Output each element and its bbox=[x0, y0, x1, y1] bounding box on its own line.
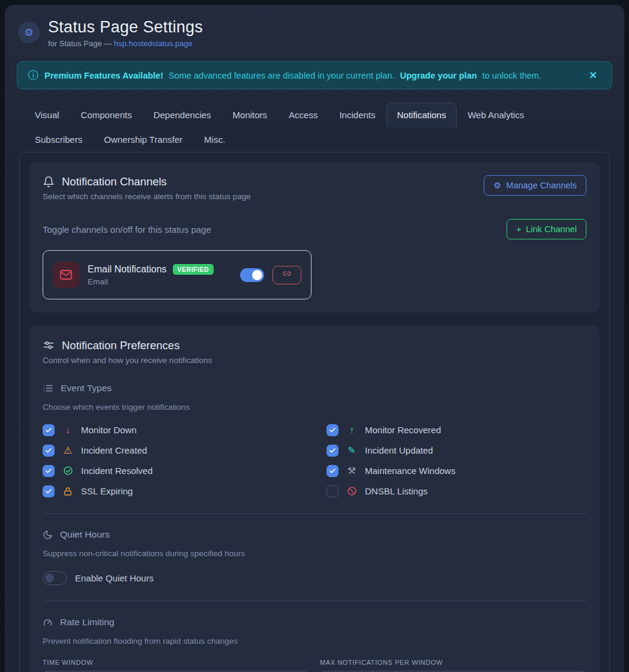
tab-components[interactable]: Components bbox=[70, 103, 143, 127]
unlink-channel-button[interactable] bbox=[272, 266, 301, 284]
link-icon bbox=[283, 269, 291, 280]
channels-subtitle: Select which channels receive alerts fro… bbox=[43, 192, 251, 201]
banner-title: Premium Features Available! bbox=[44, 71, 163, 80]
tab-ownership-transfer[interactable]: Ownership Transfer bbox=[93, 127, 193, 152]
checkbox[interactable] bbox=[43, 445, 55, 457]
manage-channels-button[interactable]: ⚙ Manage Channels bbox=[484, 175, 586, 196]
checkbox[interactable] bbox=[327, 424, 339, 436]
checkbox[interactable] bbox=[43, 465, 55, 477]
gear-avatar: ⚙ bbox=[18, 22, 40, 43]
header-text: Status Page Settings for Status Page — h… bbox=[48, 18, 203, 48]
channel-type: Email bbox=[88, 277, 232, 286]
event-dnsbl-listings[interactable]: DNSBL Listings bbox=[327, 485, 586, 497]
status-page-settings: ⚙ Status Page Settings for Status Page —… bbox=[5, 5, 624, 672]
channels-heading: Notification Channels Select which chann… bbox=[43, 175, 251, 201]
divider bbox=[43, 601, 586, 601]
lock-icon bbox=[62, 487, 74, 496]
checkbox[interactable] bbox=[43, 485, 55, 497]
list-icon bbox=[43, 383, 53, 394]
plus-icon: + bbox=[516, 224, 521, 234]
gear-icon: ⚙ bbox=[24, 26, 33, 39]
page-subtitle: for Status Page — hsp.hostedstatus.page bbox=[48, 39, 203, 48]
notification-preferences-card: Notification Preferences Control when an… bbox=[29, 326, 600, 672]
status-page-link[interactable]: hsp.hostedstatus.page bbox=[114, 39, 193, 48]
preferences-heading: Notification Preferences Control when an… bbox=[43, 339, 586, 365]
notifications-panel: Notification Channels Select which chann… bbox=[19, 152, 610, 672]
channels-title: Notification Channels bbox=[62, 175, 167, 188]
mail-icon bbox=[53, 262, 79, 288]
preferences-title: Notification Preferences bbox=[62, 339, 179, 352]
tab-notifications[interactable]: Notifications bbox=[387, 103, 457, 127]
event-incident-resolved[interactable]: Incident Resolved bbox=[43, 464, 302, 477]
check-circle-icon bbox=[62, 466, 74, 476]
link-channel-button[interactable]: + Link Channel bbox=[507, 219, 586, 239]
tab-visual[interactable]: Visual bbox=[24, 103, 70, 127]
page-title: Status Page Settings bbox=[48, 18, 203, 37]
banner-text: Premium Features Available! Some advance… bbox=[44, 71, 580, 80]
quiet-hours-toggle-label: Enable Quiet Hours bbox=[75, 573, 154, 583]
moon-icon bbox=[43, 530, 53, 540]
checkbox[interactable] bbox=[327, 485, 339, 497]
email-channel-meta: Email Notifications VERIFIED Email bbox=[88, 264, 232, 286]
max-notifications-label: MAX NOTIFICATIONS PER WINDOW bbox=[320, 659, 586, 666]
quiet-hours-heading: Quiet Hours bbox=[43, 529, 586, 540]
rate-limiting-subtitle: Prevent notification flooding from rapid… bbox=[43, 637, 586, 646]
rate-limiting-heading: Rate Limiting bbox=[43, 617, 586, 628]
arrow-up-icon: ↑ bbox=[346, 425, 358, 436]
arrow-down-icon: ↓ bbox=[62, 425, 74, 436]
toggle-hint: Toggle channels on/off for this status p… bbox=[43, 224, 211, 235]
divider bbox=[43, 513, 586, 514]
tab-access[interactable]: Access bbox=[278, 103, 328, 127]
tab-subscribers[interactable]: Subscribers bbox=[24, 127, 93, 152]
event-maintenance-windows[interactable]: ⚒ Maintenance Windows bbox=[327, 464, 586, 477]
max-notifications-field: MAX NOTIFICATIONS PER WINDOW bbox=[320, 659, 586, 672]
tools-icon: ⚒ bbox=[346, 465, 358, 476]
verified-badge: VERIFIED bbox=[173, 264, 214, 275]
tab-incidents[interactable]: Incidents bbox=[328, 103, 386, 127]
settings-tabs: Visual Components Dependencies Monitors … bbox=[5, 89, 624, 152]
preferences-subtitle: Control when and how you receive notific… bbox=[43, 356, 586, 365]
gauge-icon bbox=[43, 617, 53, 628]
tabs-row-1: Visual Components Dependencies Monitors … bbox=[24, 103, 605, 127]
close-icon[interactable]: ✕ bbox=[586, 67, 601, 83]
tab-monitors[interactable]: Monitors bbox=[222, 103, 278, 127]
sliders-icon bbox=[43, 340, 55, 352]
bell-icon bbox=[43, 176, 55, 188]
rate-limiting-fields: TIME WINDOW 15 minutes MAX NOTIFICATIONS… bbox=[43, 659, 586, 672]
event-types-heading: Event Types bbox=[43, 383, 586, 394]
checkbox[interactable] bbox=[327, 445, 339, 457]
event-incident-updated[interactable]: ✎ Incident Updated bbox=[327, 444, 586, 457]
banner-suffix: to unlock them. bbox=[483, 71, 541, 80]
pencil-icon: ✎ bbox=[346, 445, 358, 456]
no-entry-icon bbox=[346, 486, 358, 496]
channel-name: Email Notifications bbox=[88, 264, 167, 275]
banner-body: Some advanced features are disabled in y… bbox=[169, 71, 394, 80]
quiet-hours-subtitle: Suppress non-critical notifications duri… bbox=[43, 549, 586, 558]
event-incident-created[interactable]: ⚠ Incident Created bbox=[43, 444, 302, 457]
time-window-field: TIME WINDOW 15 minutes bbox=[43, 659, 309, 672]
warning-triangle-icon: ⚠ bbox=[62, 445, 74, 456]
checkbox[interactable] bbox=[327, 465, 339, 477]
info-icon: ⓘ bbox=[28, 70, 38, 80]
email-channel-toggle[interactable] bbox=[240, 268, 264, 282]
tab-misc[interactable]: Misc. bbox=[193, 127, 236, 152]
upgrade-plan-link[interactable]: Upgrade your plan bbox=[400, 71, 477, 80]
event-monitor-down[interactable]: ↓ Monitor Down bbox=[43, 424, 302, 436]
subtitle-prefix: for Status Page — bbox=[48, 39, 114, 48]
tabs-row-2: Subscribers Ownership Transfer Misc. bbox=[24, 127, 605, 152]
event-types-grid: ↓ Monitor Down ⚠ Incident Created Incide… bbox=[43, 424, 586, 497]
premium-banner: ⓘ Premium Features Available! Some advan… bbox=[17, 61, 612, 89]
checkbox[interactable] bbox=[43, 424, 55, 436]
page-header: ⚙ Status Page Settings for Status Page —… bbox=[5, 5, 624, 56]
email-channel-card: Email Notifications VERIFIED Email bbox=[43, 250, 311, 299]
event-types-subtitle: Choose which events trigger notification… bbox=[43, 403, 586, 412]
quiet-hours-toggle[interactable] bbox=[43, 571, 67, 585]
tab-web-analytics[interactable]: Web Analytics bbox=[457, 103, 535, 127]
tab-dependencies[interactable]: Dependencies bbox=[143, 103, 222, 127]
notification-channels-card: Notification Channels Select which chann… bbox=[29, 162, 600, 313]
time-window-label: TIME WINDOW bbox=[43, 659, 309, 666]
gear-icon: ⚙ bbox=[493, 181, 501, 190]
event-monitor-recovered[interactable]: ↑ Monitor Recovered bbox=[327, 424, 586, 436]
event-ssl-expiring[interactable]: SSL Expiring bbox=[43, 485, 302, 497]
